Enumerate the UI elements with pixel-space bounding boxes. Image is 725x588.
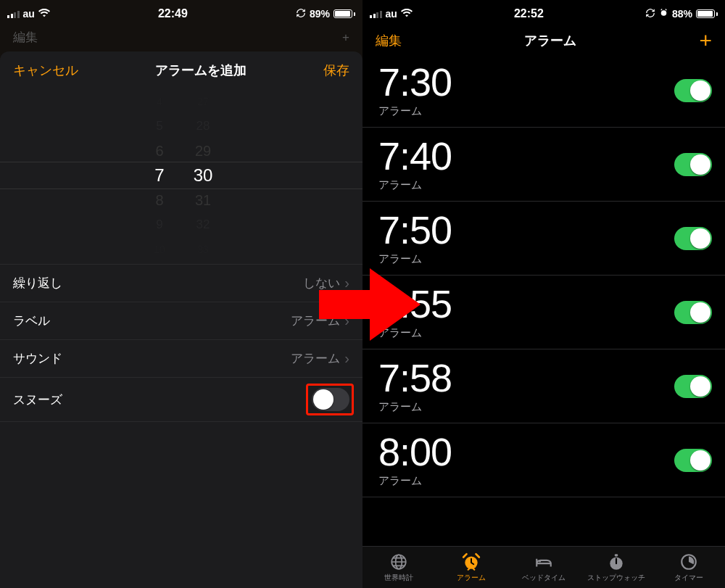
alarm-indicator-icon: [659, 8, 668, 20]
carrier-label: au: [23, 8, 35, 20]
screen-alarm-list: au 22:52 88% 編集 アラーム +: [362, 0, 725, 588]
tab-bedtime[interactable]: ベッドタイム: [508, 547, 580, 588]
svg-point-4: [539, 560, 541, 562]
alarm-clock-icon: [462, 552, 481, 571]
screen-add-alarm: au 22:49 89% 編集 + キャンセル アラームを追加 保存: [0, 0, 362, 588]
alarm-label: アラーム: [378, 326, 452, 340]
modal-header: キャンセル アラームを追加 保存: [0, 51, 362, 86]
snooze-label: スヌーズ: [13, 392, 62, 408]
underlying-edit: 編集: [13, 29, 38, 46]
tab-label: タイマー: [674, 573, 703, 583]
add-alarm-button[interactable]: +: [699, 33, 712, 48]
time-picker[interactable]: 4 5 6 7 8 9 10 27 28 29 30 31 32 33: [0, 86, 362, 264]
label-value: アラーム: [291, 312, 340, 329]
tab-stopwatch[interactable]: ストップウォッチ: [580, 547, 652, 588]
alarm-label: アラーム: [378, 104, 452, 118]
alarm-label: アラーム: [378, 400, 452, 414]
tab-bar: 世界時計 アラーム ベッドタイム ストップウォッチ タイマー: [362, 546, 725, 588]
modal-title: アラームを追加: [155, 62, 246, 79]
underlying-header: 編集 +: [0, 25, 362, 50]
alarm-row[interactable]: 7:40 アラーム: [362, 128, 725, 202]
tab-world-clock[interactable]: 世界時計: [362, 547, 435, 588]
sound-label: サウンド: [13, 350, 62, 367]
sound-value: アラーム: [291, 350, 340, 367]
snooze-toggle[interactable]: [312, 388, 349, 411]
sound-row[interactable]: サウンド アラーム›: [0, 340, 362, 378]
repeat-row[interactable]: 繰り返し しない›: [0, 265, 362, 302]
tab-label: ストップウォッチ: [587, 573, 645, 583]
svg-point-0: [661, 10, 667, 16]
alarm-label: アラーム: [378, 252, 452, 266]
wifi-icon: [401, 8, 413, 20]
label-row[interactable]: ラベル アラーム›: [0, 302, 362, 340]
tab-alarm[interactable]: アラーム: [435, 547, 508, 588]
alarm-time: 7:58: [378, 358, 452, 397]
chevron-right-icon: ›: [344, 312, 349, 329]
battery-icon: [334, 9, 355, 18]
alarm-toggle[interactable]: [674, 301, 712, 324]
alarm-row[interactable]: 7:30 アラーム: [362, 54, 725, 128]
alarm-toggle[interactable]: [674, 153, 712, 176]
bed-icon: [534, 552, 553, 571]
alarm-settings-list: 繰り返し しない› ラベル アラーム› サウンド アラーム› スヌーズ: [0, 264, 362, 422]
underlying-plus: +: [342, 30, 349, 45]
sync-icon: [296, 8, 306, 20]
tab-label: 世界時計: [384, 573, 413, 583]
alarm-toggle[interactable]: [674, 79, 712, 102]
cancel-button[interactable]: キャンセル: [13, 62, 78, 79]
chevron-right-icon: ›: [344, 275, 349, 291]
save-button[interactable]: 保存: [323, 62, 349, 79]
carrier-label: au: [386, 8, 397, 20]
alarm-time: 7:40: [378, 136, 452, 175]
svg-rect-6: [615, 554, 618, 556]
alarm-time: 7:50: [378, 210, 452, 249]
repeat-value: しない: [303, 275, 340, 291]
alarm-time: 8:00: [378, 432, 452, 471]
status-bar: au 22:52 88%: [362, 0, 725, 25]
alarm-row[interactable]: 7:50 アラーム: [362, 202, 725, 276]
tab-label: アラーム: [457, 573, 486, 583]
battery-pct: 89%: [310, 8, 330, 20]
globe-icon: [389, 552, 408, 571]
stopwatch-icon: [607, 552, 626, 571]
add-alarm-modal: キャンセル アラームを追加 保存 4 5 6 7 8 9 10 27 28 29…: [0, 51, 362, 588]
page-title: アラーム: [524, 32, 576, 49]
alarm-toggle[interactable]: [674, 375, 712, 398]
status-time: 22:52: [413, 7, 645, 20]
nav-header: 編集 アラーム +: [362, 25, 725, 54]
wifi-icon: [38, 8, 50, 20]
alarm-label: アラーム: [378, 178, 452, 192]
battery-pct: 88%: [672, 8, 692, 20]
tab-label: ベッドタイム: [522, 573, 566, 583]
status-bar: au 22:49 89%: [0, 0, 362, 25]
alarm-time: 7:55: [378, 284, 452, 323]
alarm-toggle[interactable]: [674, 227, 712, 250]
snooze-row: スヌーズ: [0, 378, 362, 422]
alarm-label: アラーム: [378, 474, 452, 488]
status-time: 22:49: [50, 7, 296, 20]
alarm-list: 7:30 アラーム 7:40 アラーム 7:50 アラーム 7:55 アラーム: [362, 54, 725, 497]
alarm-toggle[interactable]: [674, 449, 712, 472]
alarm-time: 7:30: [378, 62, 452, 102]
sync-icon: [645, 8, 655, 20]
alarm-row[interactable]: 7:55 アラーム: [362, 276, 725, 349]
label-label: ラベル: [13, 312, 50, 329]
tab-timer[interactable]: タイマー: [652, 547, 725, 588]
repeat-label: 繰り返し: [13, 275, 62, 291]
battery-icon: [696, 9, 718, 18]
timer-icon: [679, 552, 698, 571]
signal-bars-icon: [370, 9, 382, 18]
chevron-right-icon: ›: [344, 350, 349, 367]
signal-bars-icon: [7, 9, 20, 18]
alarm-row[interactable]: 7:58 アラーム: [362, 349, 725, 423]
alarm-row[interactable]: 8:00 アラーム: [362, 423, 725, 497]
edit-button[interactable]: 編集: [376, 32, 402, 49]
